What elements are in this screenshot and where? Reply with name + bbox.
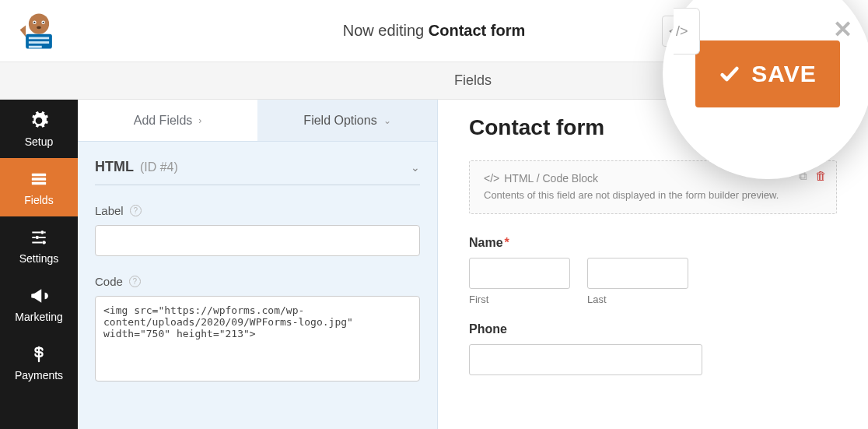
preview-name-field[interactable]: Name* First Last: [469, 236, 837, 305]
editing-prefix: Now editing: [343, 22, 425, 39]
sidebar-item-label: Settings: [19, 252, 59, 265]
label-field-label: Label: [95, 204, 124, 217]
dollar-icon: [29, 344, 49, 364]
duplicate-icon[interactable]: ⧉: [799, 169, 807, 183]
first-name-sublabel: First: [469, 294, 570, 305]
gear-icon: [29, 111, 49, 131]
sidebar-nav: Setup Fields Settings Marketing Payments: [0, 100, 78, 429]
code-field-group: Code ?: [95, 275, 420, 384]
sidebar-item-fields[interactable]: Fields: [0, 158, 78, 216]
svg-point-13: [40, 230, 44, 234]
svg-rect-10: [32, 173, 46, 176]
name-label: Name*: [469, 236, 837, 250]
svg-point-3: [33, 21, 35, 23]
code-icon: </>: [484, 172, 499, 185]
field-type-label: HTML: [95, 159, 134, 174]
save-button-label: SAVE: [754, 21, 802, 41]
wpforms-logo-icon: [16, 8, 62, 55]
save-button[interactable]: SAVE: [707, 9, 822, 54]
main-layout: Setup Fields Settings Marketing Payments: [0, 100, 868, 429]
first-name-input[interactable]: [469, 258, 570, 289]
svg-point-4: [43, 21, 44, 23]
svg-point-15: [42, 241, 45, 244]
label-field-group: Label ?: [95, 204, 420, 256]
logo: [0, 0, 78, 62]
phone-label: Phone: [469, 322, 837, 336]
bullhorn-icon: [29, 286, 49, 306]
tab-label: Add Fields: [134, 114, 193, 128]
sidebar-item-label: Setup: [25, 135, 54, 148]
name-label-text: Name: [469, 236, 503, 249]
sidebar-item-marketing[interactable]: Marketing: [0, 275, 78, 333]
list-icon: [29, 169, 49, 189]
html-block-title-text: HTML / Code Block: [504, 172, 598, 185]
svg-point-0: [29, 13, 49, 33]
sidebar-item-setup[interactable]: Setup: [0, 100, 78, 158]
left-panel: Add Fields › Field Options ⌄ HTML (ID #4…: [78, 100, 438, 429]
svg-rect-9: [29, 45, 42, 47]
sliders-icon: [29, 227, 49, 248]
sidebar-item-payments[interactable]: Payments: [0, 333, 78, 392]
sidebar-item-label: Payments: [15, 369, 63, 382]
preview-phone-field[interactable]: Phone: [469, 322, 837, 375]
field-id-label: (ID #4): [140, 160, 178, 174]
tab-field-options[interactable]: Field Options ⌄: [257, 100, 437, 141]
sidebar-item-label: Fields: [24, 194, 53, 206]
editing-form-name: Contact form: [429, 22, 525, 39]
svg-rect-11: [32, 178, 46, 181]
tab-add-fields[interactable]: Add Fields ›: [78, 100, 257, 141]
phone-input[interactable]: [469, 344, 702, 375]
topbar-actions: </> SAVE ✕: [662, 9, 854, 54]
check-icon: [727, 23, 744, 40]
editing-title: Now editing Contact form: [343, 22, 526, 40]
tabs: Add Fields › Field Options ⌄: [78, 100, 437, 142]
section-header-label: Fields: [454, 72, 492, 89]
required-asterisk: *: [505, 236, 509, 249]
sidebar-item-settings[interactable]: Settings: [0, 216, 78, 275]
block-actions: ⧉ 🗑: [799, 169, 827, 183]
svg-point-14: [36, 235, 39, 238]
last-name-sublabel: Last: [587, 294, 688, 305]
chevron-down-icon: ⌄: [411, 161, 420, 174]
last-name-input[interactable]: [587, 258, 688, 289]
embed-button[interactable]: </>: [662, 16, 693, 47]
form-preview-title: Contact form: [469, 115, 837, 140]
field-options-panel: HTML (ID #4) ⌄ Label ? Code ?: [78, 142, 437, 403]
code-input[interactable]: [95, 296, 420, 382]
code-field-label: Code: [95, 275, 123, 288]
field-options-toggle[interactable]: HTML (ID #4) ⌄: [95, 159, 420, 185]
chevron-down-icon: ⌄: [383, 115, 391, 126]
help-icon[interactable]: ?: [129, 276, 141, 287]
preview-html-block[interactable]: ⧉ 🗑 </> HTML / Code Block Contents of th…: [469, 160, 837, 214]
topbar: Now editing Contact form </> SAVE ✕: [0, 0, 868, 62]
svg-rect-8: [29, 41, 49, 44]
code-icon: </>: [669, 24, 686, 37]
label-input[interactable]: [95, 225, 420, 256]
svg-point-5: [37, 26, 41, 29]
chevron-right-icon: ›: [198, 115, 201, 126]
help-icon[interactable]: ?: [130, 205, 142, 216]
svg-rect-7: [29, 37, 49, 39]
html-block-desc: Contents of this field are not displayed…: [484, 189, 822, 201]
trash-icon[interactable]: 🗑: [815, 169, 827, 183]
sidebar-item-label: Marketing: [15, 311, 62, 323]
section-header: Fields: [0, 62, 868, 100]
tab-label: Field Options: [303, 114, 376, 128]
close-button[interactable]: ✕: [836, 18, 854, 44]
svg-rect-12: [32, 181, 46, 185]
form-preview: Contact form ⧉ 🗑 </> HTML / Code Block C…: [438, 100, 868, 429]
